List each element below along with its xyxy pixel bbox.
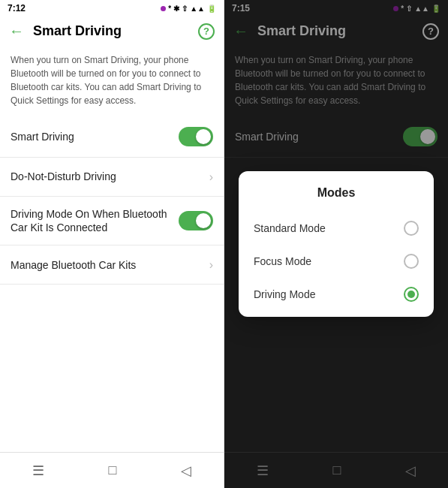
left-setting-label-3: Manage Bluetooth Car Kits <box>11 258 209 272</box>
left-toggle-smart-driving[interactable] <box>179 127 213 146</box>
modal-option-label-0: Standard Mode <box>254 222 404 234</box>
left-panel: 7:12 * ✱ ⇧ ▲▲ 🔋 ← Smart Driving ? When y… <box>0 0 224 488</box>
left-setting-label-2: Driving Mode On When Bluetooth Car Kit I… <box>11 207 179 234</box>
left-nav-menu-icon[interactable]: ☰ <box>32 462 44 479</box>
left-setting-label-0: Smart Driving <box>11 130 179 143</box>
left-description: When you turn on Smart Driving, your pho… <box>0 46 224 116</box>
left-nav-back-icon[interactable]: ◁ <box>181 462 191 479</box>
left-setting-bt-kits[interactable]: Manage Bluetooth Car Kits › <box>0 246 224 285</box>
left-setting-smart-driving[interactable]: Smart Driving <box>0 116 224 158</box>
modes-modal-overlay[interactable]: Modes Standard Mode Focus Mode Driving M… <box>224 0 448 488</box>
modes-modal: Modes Standard Mode Focus Mode Driving M… <box>239 171 434 317</box>
left-app-title: Smart Driving <box>33 23 198 39</box>
focus-mode-radio[interactable] <box>404 254 419 269</box>
standard-mode-radio[interactable] <box>404 221 419 236</box>
modal-option-focus[interactable]: Focus Mode <box>239 245 434 278</box>
left-settings-list: Smart Driving Do-Not-Disturb Driving › D… <box>0 116 224 452</box>
left-arrow-dnd: › <box>209 170 213 184</box>
driving-mode-radio[interactable] <box>404 287 419 302</box>
left-help-button[interactable]: ? <box>198 23 215 40</box>
right-content: 7:15 * ⇧ ▲▲ 🔋 ← Smart Driving ? When you… <box>224 0 448 488</box>
left-setting-dnd[interactable]: Do-Not-Disturb Driving › <box>0 158 224 197</box>
left-nav-home-icon[interactable]: □ <box>109 462 117 478</box>
left-setting-label-1: Do-Not-Disturb Driving <box>11 170 209 183</box>
modal-title: Modes <box>239 186 434 200</box>
modal-option-label-2: Driving Mode <box>254 288 404 300</box>
left-status-icons: * ✱ ⇧ ▲▲ 🔋 <box>161 5 216 13</box>
left-nav-bar: ☰ □ ◁ <box>0 452 224 488</box>
left-toggle-bt-driving[interactable] <box>179 211 213 230</box>
right-panel: 7:15 * ⇧ ▲▲ 🔋 ← Smart Driving ? When you… <box>224 0 448 488</box>
left-time: 7:12 <box>8 3 26 14</box>
modal-option-driving[interactable]: Driving Mode <box>239 278 434 311</box>
modal-option-standard[interactable]: Standard Mode <box>239 212 434 245</box>
left-arrow-bt-kits: › <box>209 258 213 272</box>
modal-option-label-1: Focus Mode <box>254 255 404 267</box>
left-setting-bt-driving[interactable]: Driving Mode On When Bluetooth Car Kit I… <box>0 197 224 246</box>
left-status-bar: 7:12 * ✱ ⇧ ▲▲ 🔋 <box>0 0 224 17</box>
left-back-arrow[interactable]: ← <box>9 23 24 40</box>
purple-dot-icon <box>161 6 166 11</box>
left-app-bar: ← Smart Driving ? <box>0 17 224 46</box>
